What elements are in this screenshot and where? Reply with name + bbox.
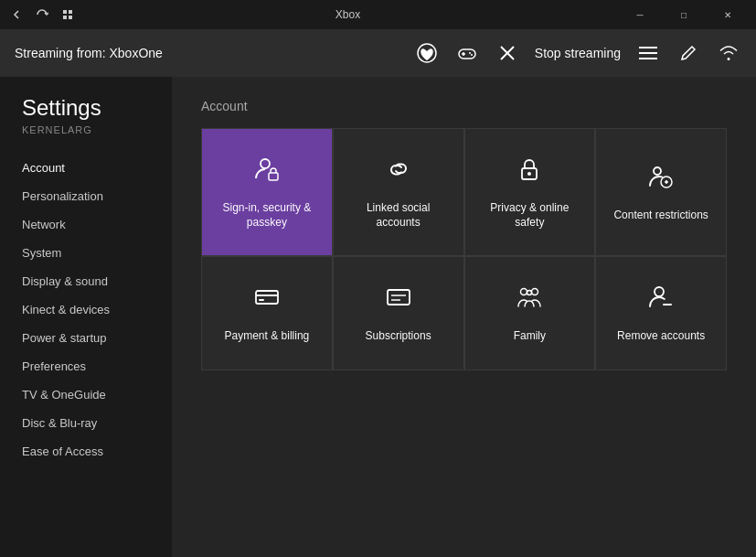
controller-icon[interactable] xyxy=(454,40,480,66)
settings-title: Settings xyxy=(0,95,172,124)
signin-label: Sign-in, security & passkey xyxy=(217,201,317,230)
refresh-button[interactable] xyxy=(33,5,51,24)
link-icon xyxy=(384,155,413,190)
svg-point-32 xyxy=(655,287,664,296)
grid-item-family[interactable]: Family xyxy=(465,257,595,370)
payment-label: Payment & billing xyxy=(225,329,310,344)
title-bar-left xyxy=(7,5,77,24)
content-area: Account Sign-in, security & passkey xyxy=(172,77,756,557)
wifi-icon[interactable] xyxy=(716,40,741,66)
sidebar-item-kinect-devices[interactable]: Kinect & devices xyxy=(0,295,172,324)
svg-point-30 xyxy=(532,289,538,295)
social-label: Linked social accounts xyxy=(348,201,449,230)
person-badge-icon xyxy=(646,162,676,198)
lock-icon xyxy=(515,155,544,190)
streaming-label: Streaming from: XboxOne xyxy=(15,46,399,60)
svg-rect-25 xyxy=(259,299,264,301)
sidebar-item-tv-oneguide[interactable]: TV & OneGuide xyxy=(0,380,172,409)
svg-rect-0 xyxy=(63,10,67,14)
xbox-icon[interactable] xyxy=(414,40,440,66)
minimize-button[interactable]: ─ xyxy=(619,0,661,29)
back-button[interactable] xyxy=(7,5,26,24)
svg-point-18 xyxy=(527,172,531,176)
svg-point-15 xyxy=(261,159,270,168)
sidebar-item-display-sound[interactable]: Display & sound xyxy=(0,267,172,295)
person-lock-icon xyxy=(252,155,282,190)
sidebar-item-power-startup[interactable]: Power & startup xyxy=(0,324,172,352)
svg-rect-2 xyxy=(63,16,67,19)
svg-point-31 xyxy=(527,291,532,295)
svg-rect-23 xyxy=(256,291,278,304)
svg-rect-3 xyxy=(69,16,72,19)
sidebar-item-account[interactable]: Account xyxy=(0,154,172,182)
menu-icon[interactable] xyxy=(635,40,661,66)
grid-item-privacy[interactable]: Privacy & online safety xyxy=(465,129,595,255)
sidebar-item-preferences[interactable]: Preferences xyxy=(0,352,172,380)
home-button[interactable] xyxy=(59,5,77,24)
grid-item-social[interactable]: Linked social accounts xyxy=(334,129,463,255)
toolbar-icons: Stop streaming xyxy=(414,40,741,66)
card-icon xyxy=(252,283,282,318)
svg-rect-1 xyxy=(69,10,72,14)
svg-point-9 xyxy=(471,54,473,56)
privacy-label: Privacy & online safety xyxy=(480,201,580,230)
title-bar: Xbox ─ □ ✕ xyxy=(0,0,756,29)
subscriptions-label: Subscriptions xyxy=(366,329,431,344)
sidebar-item-system[interactable]: System xyxy=(0,239,172,267)
close-button[interactable]: ✕ xyxy=(707,0,749,29)
section-title: Account xyxy=(201,99,727,113)
family-label: Family xyxy=(514,329,546,344)
settings-subtitle: KERNELARG xyxy=(0,124,172,154)
svg-rect-16 xyxy=(269,173,278,180)
settings-grid: Sign-in, security & passkey Linked socia… xyxy=(201,128,727,370)
sidebar-item-disc-bluray[interactable]: Disc & Blu-ray xyxy=(0,409,172,437)
list-card-icon xyxy=(384,283,413,318)
svg-point-19 xyxy=(654,167,661,175)
svg-rect-5 xyxy=(459,49,475,59)
stop-streaming-button[interactable]: Stop streaming xyxy=(535,46,621,60)
svg-point-8 xyxy=(469,52,471,54)
sidebar-item-network[interactable]: Network xyxy=(0,210,172,239)
grid-item-signin[interactable]: Sign-in, security & passkey xyxy=(202,129,332,255)
main-content: Settings KERNELARG Account Personalizati… xyxy=(0,77,756,557)
svg-rect-26 xyxy=(388,290,410,305)
restrictions-label: Content restrictions xyxy=(613,209,708,223)
sidebar: Settings KERNELARG Account Personalizati… xyxy=(0,77,172,557)
stop-streaming-label: Stop streaming xyxy=(535,46,621,60)
title-bar-controls: ─ □ ✕ xyxy=(619,0,749,29)
remove-accounts-label: Remove accounts xyxy=(617,329,705,344)
family-icon xyxy=(515,283,544,318)
sidebar-item-personalization[interactable]: Personalization xyxy=(0,182,172,210)
grid-item-payment[interactable]: Payment & billing xyxy=(202,257,332,370)
maximize-button[interactable]: □ xyxy=(663,0,705,29)
toolbar: Streaming from: XboxOne xyxy=(0,29,756,77)
edit-icon[interactable] xyxy=(676,40,701,66)
grid-item-subscriptions[interactable]: Subscriptions xyxy=(334,257,463,370)
window-title: Xbox xyxy=(77,8,619,21)
svg-point-29 xyxy=(521,289,527,295)
person-minus-icon xyxy=(646,283,676,318)
grid-item-remove-accounts[interactable]: Remove accounts xyxy=(596,257,726,370)
sidebar-item-ease-access[interactable]: Ease of Access xyxy=(0,437,172,466)
stop-streaming-x-icon[interactable] xyxy=(495,40,520,66)
grid-item-restrictions[interactable]: Content restrictions xyxy=(596,129,726,255)
